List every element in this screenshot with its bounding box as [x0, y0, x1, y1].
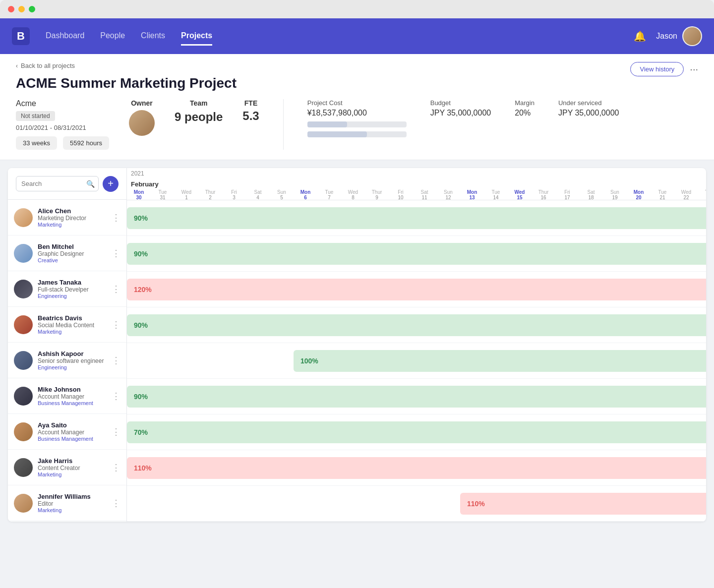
- sidebar-person-row: Ashish Kapoor Senior software engineer E…: [8, 343, 126, 378]
- gantt-bar[interactable]: 90%: [127, 386, 706, 408]
- day-cell: Sun 19: [603, 190, 627, 200]
- window-btn-minimize[interactable]: [18, 6, 25, 12]
- day-cell: Tue 7: [317, 190, 341, 200]
- window-btn-maximize[interactable]: [29, 6, 35, 12]
- person-name: Beatrics Davis: [38, 314, 105, 322]
- nav-dashboard[interactable]: Dashboard: [46, 27, 84, 46]
- fin-budget-value: JPY 35,000,0000: [430, 109, 491, 118]
- fin-margin-value: 20%: [515, 109, 535, 118]
- meta-dates: 01/10/2021 - 08/31/2021: [16, 124, 109, 131]
- day-num: 22: [683, 195, 689, 200]
- person-name: Mike Johnson: [38, 386, 105, 393]
- day-num: 15: [517, 195, 522, 200]
- day-name: Mon: [134, 189, 144, 195]
- person-avatar: [14, 458, 33, 477]
- gantt-bar[interactable]: 70%: [127, 421, 706, 443]
- day-num: 2: [209, 195, 212, 200]
- day-name: Thur: [205, 189, 216, 195]
- person-menu-button[interactable]: ⋮: [110, 317, 122, 332]
- person-menu-button[interactable]: ⋮: [110, 389, 122, 404]
- sidebar-person-row: James Tanaka Full-stack Develper Enginee…: [8, 271, 126, 307]
- window-btn-close[interactable]: [8, 6, 14, 12]
- day-num: 7: [328, 195, 331, 200]
- gantt-bar[interactable]: 90%: [127, 314, 706, 336]
- gantt-bar-pct: 90%: [134, 393, 148, 401]
- day-cell: Mon 20: [627, 190, 651, 200]
- person-dept: Marketing: [38, 222, 105, 228]
- fin-project-cost-value: ¥18,537,980,000: [307, 109, 407, 118]
- day-num: 21: [659, 195, 665, 200]
- nav-people[interactable]: People: [100, 27, 125, 46]
- gantt-bar[interactable]: 100%: [294, 350, 706, 372]
- team-label: Team: [190, 99, 208, 107]
- gantt-bar[interactable]: 90%: [127, 207, 706, 229]
- person-menu-button[interactable]: ⋮: [110, 353, 122, 368]
- fin-bar-cost: [307, 121, 407, 127]
- person-menu-button[interactable]: ⋮: [110, 424, 122, 439]
- day-num: 12: [445, 195, 451, 200]
- sidebar-person-row: Beatrics Davis Social Media Content Mark…: [8, 307, 126, 343]
- nav-right: 🔔 Jason: [634, 26, 702, 46]
- year-row: 2021: [127, 168, 706, 178]
- person-menu-button[interactable]: ⋮: [110, 246, 122, 261]
- person-dept: Business Management: [38, 400, 105, 406]
- day-name: Wed: [348, 189, 358, 195]
- gantt-bar[interactable]: 110%: [460, 493, 706, 515]
- gantt-right: 2021 February Mon 30 Tue 31 Wed 1 Thur 2…: [127, 168, 706, 522]
- gantt-bar-pct: 90%: [134, 250, 148, 258]
- person-title: Editor: [38, 500, 105, 507]
- person-title: Social Media Content: [38, 322, 105, 329]
- nav-user[interactable]: Jason: [656, 26, 702, 46]
- day-num: 19: [612, 195, 617, 200]
- day-cell: Mon 30: [127, 190, 151, 200]
- person-menu-button[interactable]: ⋮: [110, 496, 122, 511]
- gantt-bar-row: 90%: [127, 379, 706, 414]
- fin-bar-cost2: [307, 131, 407, 137]
- person-dept: Creative: [38, 257, 105, 263]
- person-title: Senior software engineer: [38, 357, 105, 364]
- fin-margin-label: Margin: [515, 99, 535, 107]
- view-history-button[interactable]: View history: [630, 62, 684, 76]
- meta-fte-section: FTE 5.3: [242, 99, 259, 123]
- gantt-bar-pct: 90%: [134, 214, 148, 222]
- bell-icon[interactable]: 🔔: [634, 30, 646, 42]
- day-row: Mon 30 Tue 31 Wed 1 Thur 2 Fri 3 Sat 4 S…: [127, 190, 706, 200]
- meta-team-section: Team 9 people: [175, 99, 223, 124]
- day-cell: Sun 12: [436, 190, 460, 200]
- gantt-bar-container: 100%: [127, 343, 706, 379]
- day-num: 30: [136, 195, 141, 200]
- person-menu-button[interactable]: ⋮: [110, 282, 122, 296]
- day-name: Mon: [467, 189, 477, 195]
- window-chrome: [0, 0, 714, 18]
- owner-avatar: [129, 110, 155, 136]
- gantt-bar[interactable]: 120%: [127, 279, 706, 300]
- gantt-bar[interactable]: 110%: [127, 457, 706, 479]
- day-cell: Mon 6: [294, 190, 317, 200]
- person-info: James Tanaka Full-stack Develper Enginee…: [38, 279, 105, 299]
- search-icon[interactable]: 🔍: [86, 180, 95, 188]
- gantt-bar-pct: 110%: [467, 500, 485, 508]
- gantt-bar-container: 110%: [127, 450, 706, 486]
- day-name: Sun: [444, 189, 453, 195]
- nav-clients[interactable]: Clients: [141, 27, 165, 46]
- fin-budget-label: Budget: [430, 99, 491, 107]
- gantt-bar[interactable]: 90%: [127, 243, 706, 265]
- add-person-button[interactable]: +: [103, 176, 119, 192]
- person-menu-button[interactable]: ⋮: [110, 210, 122, 225]
- day-num: 14: [493, 195, 498, 200]
- person-title: Marketing Director: [38, 215, 105, 222]
- person-menu-button[interactable]: ⋮: [110, 460, 122, 475]
- fte-label: FTE: [244, 99, 257, 107]
- nav-projects[interactable]: Projects: [181, 27, 212, 46]
- day-num: 4: [256, 195, 259, 200]
- gantt-bar-row: 90%: [127, 200, 706, 236]
- fin-budget: Budget JPY 35,000,0000: [430, 99, 491, 137]
- month-row: February: [127, 178, 706, 190]
- gantt-container: 🔍 + Alice Chen Marketing Director Market…: [8, 168, 706, 522]
- gantt-sidebar-header: 🔍 +: [8, 168, 126, 200]
- more-options-button[interactable]: ···: [690, 63, 698, 75]
- fin-margin: Margin 20%: [515, 99, 535, 137]
- breadcrumb[interactable]: ‹ Back to all projects: [16, 62, 237, 69]
- meta-client: Acme: [16, 99, 109, 108]
- day-num: 8: [352, 195, 355, 200]
